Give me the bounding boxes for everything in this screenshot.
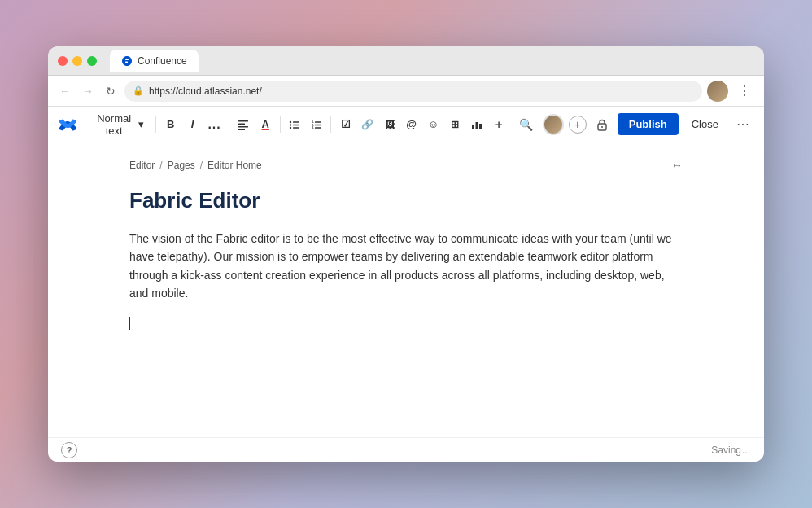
- toolbar-divider-3: [280, 116, 281, 133]
- restrict-button[interactable]: [592, 114, 613, 135]
- forward-button[interactable]: →: [79, 82, 97, 100]
- svg-rect-1: [238, 123, 245, 125]
- toolbar-divider-4: [330, 116, 331, 133]
- svg-rect-2: [238, 126, 248, 128]
- chart-button[interactable]: [468, 113, 487, 136]
- text-color-button[interactable]: A: [256, 113, 275, 136]
- editor-area[interactable]: Editor / Pages / Editor Home ↔ Fabric Ed…: [48, 142, 764, 437]
- toolbar-divider-1: [155, 116, 156, 133]
- cursor-line: [129, 316, 683, 331]
- expand-button[interactable]: ↔: [671, 159, 683, 172]
- link-button[interactable]: 🔗: [358, 113, 377, 136]
- svg-rect-18: [479, 124, 482, 129]
- publish-button[interactable]: Publish: [618, 113, 679, 135]
- insert-more-button[interactable]: +: [490, 113, 509, 136]
- tab-area: Confluence: [110, 50, 754, 72]
- profile-avatar[interactable]: [707, 81, 728, 102]
- svg-rect-5: [293, 121, 299, 123]
- align-button[interactable]: [234, 113, 253, 136]
- bullet-list-button[interactable]: [286, 113, 304, 136]
- table-button[interactable]: ⊞: [446, 113, 465, 136]
- svg-rect-13: [315, 124, 321, 125]
- svg-text:3.: 3.: [312, 125, 314, 129]
- toolbar-divider-2: [229, 116, 229, 133]
- svg-point-8: [290, 126, 291, 128]
- address-text: https://cloud.atlassian.net/: [149, 85, 694, 97]
- more-formatting-button[interactable]: ...: [205, 113, 224, 136]
- emoji-button[interactable]: ☺: [424, 113, 443, 136]
- status-bar: ? Saving…: [48, 437, 764, 462]
- confluence-logo: [58, 113, 76, 136]
- editor-content: Editor / Pages / Editor Home ↔ Fabric Ed…: [97, 142, 715, 347]
- svg-rect-17: [476, 122, 478, 129]
- browser-window: Confluence ← → ↻ 🔒 https://cloud.atlassi…: [48, 46, 764, 462]
- svg-rect-0: [238, 120, 248, 122]
- body-text: The vision of the Fabric editor is to be…: [129, 230, 683, 303]
- browser-tab[interactable]: Confluence: [110, 50, 199, 72]
- breadcrumb-editor-home[interactable]: Editor Home: [207, 160, 262, 171]
- user-avatar: [543, 114, 564, 135]
- svg-point-6: [290, 124, 291, 125]
- tab-title: Confluence: [138, 55, 187, 67]
- image-button[interactable]: 🖼: [380, 113, 399, 136]
- paragraph-chevron: ▾: [138, 118, 144, 130]
- svg-rect-3: [238, 129, 245, 130]
- tab-favicon: [121, 55, 133, 67]
- close-button[interactable]: Close: [683, 113, 727, 135]
- saving-status: Saving…: [711, 444, 751, 456]
- help-button[interactable]: ?: [61, 442, 77, 458]
- svg-rect-7: [293, 124, 299, 125]
- editor-toolbar: Normal text ▾ B I ... A: [48, 107, 764, 142]
- refresh-button[interactable]: ↻: [102, 82, 120, 100]
- task-list-button[interactable]: ☑: [336, 113, 355, 136]
- mention-button[interactable]: @: [402, 113, 421, 136]
- breadcrumb-sep-1: /: [159, 160, 162, 171]
- minimize-window-button[interactable]: [72, 56, 82, 66]
- svg-rect-15: [315, 127, 321, 129]
- breadcrumb-sep-2: /: [200, 160, 203, 171]
- bold-button[interactable]: B: [161, 113, 180, 136]
- page-title[interactable]: Fabric Editor: [129, 188, 683, 213]
- back-button[interactable]: ←: [56, 82, 74, 100]
- search-button[interactable]: 🔍: [515, 113, 538, 136]
- paragraph-style-select[interactable]: Normal text ▾: [86, 109, 151, 140]
- add-collaborator-button[interactable]: +: [569, 116, 587, 134]
- nav-bar: ← → ↻ 🔒 https://cloud.atlassian.net/ ⋮: [48, 76, 764, 107]
- svg-rect-16: [472, 125, 474, 129]
- maximize-window-button[interactable]: [87, 56, 97, 66]
- text-color-label: A: [262, 118, 269, 130]
- svg-point-4: [290, 120, 291, 122]
- toolbar-more-button[interactable]: ⋯: [731, 113, 754, 136]
- page-body[interactable]: The vision of the Fabric editor is to be…: [129, 230, 683, 331]
- italic-button[interactable]: I: [183, 113, 202, 136]
- close-window-button[interactable]: [58, 56, 68, 66]
- address-bar[interactable]: 🔒 https://cloud.atlassian.net/: [124, 81, 702, 102]
- breadcrumb-editor[interactable]: Editor: [129, 160, 155, 171]
- traffic-lights: [58, 56, 97, 66]
- nav-more-button[interactable]: ⋮: [733, 80, 756, 103]
- toolbar-right: 🔍 + Publish Close ⋯: [515, 113, 754, 136]
- text-cursor: [129, 317, 130, 330]
- title-bar: Confluence: [48, 46, 764, 76]
- numbered-list-button[interactable]: 1. 2. 3.: [307, 113, 325, 136]
- svg-rect-9: [293, 127, 299, 129]
- breadcrumb: Editor / Pages / Editor Home ↔: [129, 159, 683, 172]
- breadcrumb-pages[interactable]: Pages: [168, 160, 195, 171]
- paragraph-style-label: Normal text: [93, 112, 135, 137]
- svg-rect-11: [315, 121, 321, 123]
- svg-point-20: [601, 126, 603, 128]
- lock-icon: 🔒: [133, 85, 144, 96]
